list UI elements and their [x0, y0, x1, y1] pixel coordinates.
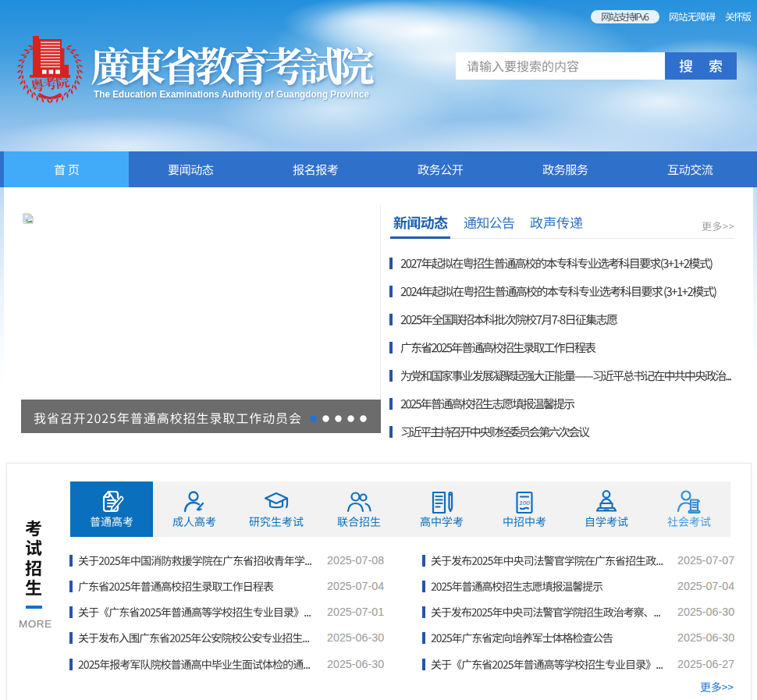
svg-text:100: 100 [519, 499, 530, 506]
